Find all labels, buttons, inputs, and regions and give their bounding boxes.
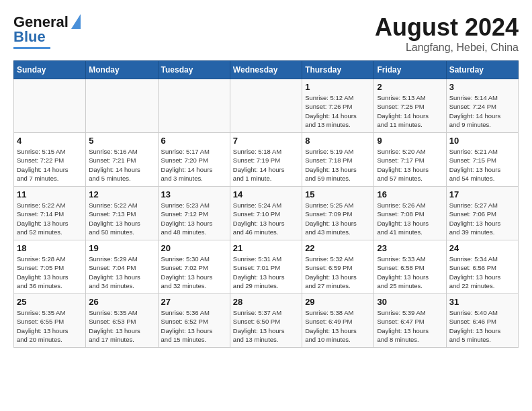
calendar-cell: 1Sunrise: 5:12 AM Sunset: 7:26 PM Daylig… <box>302 79 374 133</box>
day-number: 4 <box>17 136 83 146</box>
calendar-week-2: 4Sunrise: 5:15 AM Sunset: 7:22 PM Daylig… <box>14 133 519 187</box>
calendar-cell: 4Sunrise: 5:15 AM Sunset: 7:22 PM Daylig… <box>14 133 86 187</box>
day-info: Sunrise: 5:36 AM Sunset: 6:52 PM Dayligh… <box>161 308 227 344</box>
day-number: 23 <box>377 243 443 253</box>
day-info: Sunrise: 5:30 AM Sunset: 7:02 PM Dayligh… <box>161 255 227 290</box>
day-info: Sunrise: 5:28 AM Sunset: 7:05 PM Dayligh… <box>17 255 83 290</box>
day-number: 1 <box>305 82 371 92</box>
calendar-cell: 11Sunrise: 5:22 AM Sunset: 7:14 PM Dayli… <box>14 187 86 240</box>
day-info: Sunrise: 5:20 AM Sunset: 7:17 PM Dayligh… <box>377 147 443 183</box>
day-info: Sunrise: 5:13 AM Sunset: 7:25 PM Dayligh… <box>377 93 443 129</box>
day-number: 2 <box>377 82 443 92</box>
month-title: August 2024 <box>375 13 519 42</box>
day-number: 30 <box>377 297 443 307</box>
location-subtitle: Langfang, Hebei, China <box>375 42 519 54</box>
logo: General Blue <box>13 13 81 49</box>
day-number: 21 <box>233 243 299 253</box>
day-number: 29 <box>305 297 371 307</box>
day-number: 11 <box>17 189 83 199</box>
day-info: Sunrise: 5:32 AM Sunset: 6:59 PM Dayligh… <box>305 255 371 290</box>
day-number: 22 <box>305 243 371 253</box>
logo-text-blue: Blue <box>13 28 46 46</box>
calendar-cell: 9Sunrise: 5:20 AM Sunset: 7:17 PM Daylig… <box>374 133 446 187</box>
day-info: Sunrise: 5:24 AM Sunset: 7:10 PM Dayligh… <box>233 201 299 236</box>
day-number: 25 <box>17 297 83 307</box>
calendar-cell: 30Sunrise: 5:39 AM Sunset: 6:47 PM Dayli… <box>374 294 446 348</box>
calendar-cell <box>14 79 86 133</box>
day-info: Sunrise: 5:38 AM Sunset: 6:49 PM Dayligh… <box>305 308 371 344</box>
day-number: 26 <box>89 297 154 307</box>
day-info: Sunrise: 5:14 AM Sunset: 7:24 PM Dayligh… <box>449 93 515 129</box>
day-number: 24 <box>449 243 515 253</box>
column-header-saturday: Saturday <box>446 61 518 79</box>
calendar-cell: 18Sunrise: 5:28 AM Sunset: 7:05 PM Dayli… <box>14 240 86 294</box>
day-number: 10 <box>449 136 515 146</box>
day-number: 31 <box>449 297 515 307</box>
day-info: Sunrise: 5:23 AM Sunset: 7:12 PM Dayligh… <box>161 201 227 236</box>
day-info: Sunrise: 5:40 AM Sunset: 6:46 PM Dayligh… <box>449 308 515 344</box>
calendar-cell: 16Sunrise: 5:26 AM Sunset: 7:08 PM Dayli… <box>374 187 446 240</box>
calendar-cell: 3Sunrise: 5:14 AM Sunset: 7:24 PM Daylig… <box>446 79 518 133</box>
calendar-cell: 26Sunrise: 5:35 AM Sunset: 6:53 PM Dayli… <box>86 294 158 348</box>
day-info: Sunrise: 5:27 AM Sunset: 7:06 PM Dayligh… <box>449 201 515 236</box>
calendar-cell: 28Sunrise: 5:37 AM Sunset: 6:50 PM Dayli… <box>230 294 302 348</box>
column-header-thursday: Thursday <box>302 61 374 79</box>
day-number: 19 <box>89 243 154 253</box>
calendar-week-5: 25Sunrise: 5:35 AM Sunset: 6:55 PM Dayli… <box>14 294 519 348</box>
calendar-cell: 24Sunrise: 5:34 AM Sunset: 6:56 PM Dayli… <box>446 240 518 294</box>
day-info: Sunrise: 5:15 AM Sunset: 7:22 PM Dayligh… <box>17 147 83 183</box>
day-number: 17 <box>449 189 515 199</box>
calendar-cell: 13Sunrise: 5:23 AM Sunset: 7:12 PM Dayli… <box>158 187 230 240</box>
day-number: 15 <box>305 189 371 199</box>
day-number: 6 <box>161 136 227 146</box>
day-number: 16 <box>377 189 443 199</box>
day-number: 5 <box>89 136 154 146</box>
calendar-cell: 15Sunrise: 5:25 AM Sunset: 7:09 PM Dayli… <box>302 187 374 240</box>
title-block: August 2024 Langfang, Hebei, China <box>375 13 519 54</box>
column-header-tuesday: Tuesday <box>158 61 230 79</box>
calendar-cell: 2Sunrise: 5:13 AM Sunset: 7:25 PM Daylig… <box>374 79 446 133</box>
day-info: Sunrise: 5:35 AM Sunset: 6:55 PM Dayligh… <box>17 308 83 344</box>
day-info: Sunrise: 5:39 AM Sunset: 6:47 PM Dayligh… <box>377 308 443 344</box>
calendar-week-4: 18Sunrise: 5:28 AM Sunset: 7:05 PM Dayli… <box>14 240 519 294</box>
day-info: Sunrise: 5:22 AM Sunset: 7:14 PM Dayligh… <box>17 201 83 236</box>
calendar-cell: 27Sunrise: 5:36 AM Sunset: 6:52 PM Dayli… <box>158 294 230 348</box>
day-number: 7 <box>233 136 299 146</box>
calendar-cell <box>86 79 158 133</box>
day-info: Sunrise: 5:12 AM Sunset: 7:26 PM Dayligh… <box>305 93 371 129</box>
calendar-cell: 20Sunrise: 5:30 AM Sunset: 7:02 PM Dayli… <box>158 240 230 294</box>
calendar-cell <box>158 79 230 133</box>
calendar-cell: 10Sunrise: 5:21 AM Sunset: 7:15 PM Dayli… <box>446 133 518 187</box>
day-number: 9 <box>377 136 443 146</box>
calendar-cell <box>230 79 302 133</box>
day-info: Sunrise: 5:16 AM Sunset: 7:21 PM Dayligh… <box>89 147 154 183</box>
calendar-cell: 5Sunrise: 5:16 AM Sunset: 7:21 PM Daylig… <box>86 133 158 187</box>
day-info: Sunrise: 5:22 AM Sunset: 7:13 PM Dayligh… <box>89 201 154 236</box>
day-number: 27 <box>161 297 227 307</box>
logo-underline <box>13 47 50 49</box>
day-info: Sunrise: 5:21 AM Sunset: 7:15 PM Dayligh… <box>449 147 515 183</box>
day-info: Sunrise: 5:33 AM Sunset: 6:58 PM Dayligh… <box>377 255 443 290</box>
day-info: Sunrise: 5:25 AM Sunset: 7:09 PM Dayligh… <box>305 201 371 236</box>
column-header-monday: Monday <box>86 61 158 79</box>
calendar-cell: 19Sunrise: 5:29 AM Sunset: 7:04 PM Dayli… <box>86 240 158 294</box>
calendar-week-1: 1Sunrise: 5:12 AM Sunset: 7:26 PM Daylig… <box>14 79 519 133</box>
calendar-cell: 17Sunrise: 5:27 AM Sunset: 7:06 PM Dayli… <box>446 187 518 240</box>
day-number: 18 <box>17 243 83 253</box>
day-info: Sunrise: 5:29 AM Sunset: 7:04 PM Dayligh… <box>89 255 154 290</box>
day-number: 13 <box>161 189 227 199</box>
day-info: Sunrise: 5:35 AM Sunset: 6:53 PM Dayligh… <box>89 308 154 344</box>
column-header-sunday: Sunday <box>14 61 86 79</box>
calendar-cell: 12Sunrise: 5:22 AM Sunset: 7:13 PM Dayli… <box>86 187 158 240</box>
calendar-cell: 14Sunrise: 5:24 AM Sunset: 7:10 PM Dayli… <box>230 187 302 240</box>
day-info: Sunrise: 5:18 AM Sunset: 7:19 PM Dayligh… <box>233 147 299 183</box>
calendar-cell: 21Sunrise: 5:31 AM Sunset: 7:01 PM Dayli… <box>230 240 302 294</box>
calendar-cell: 8Sunrise: 5:19 AM Sunset: 7:18 PM Daylig… <box>302 133 374 187</box>
day-info: Sunrise: 5:34 AM Sunset: 6:56 PM Dayligh… <box>449 255 515 290</box>
calendar-week-3: 11Sunrise: 5:22 AM Sunset: 7:14 PM Dayli… <box>14 187 519 240</box>
calendar-cell: 25Sunrise: 5:35 AM Sunset: 6:55 PM Dayli… <box>14 294 86 348</box>
day-info: Sunrise: 5:26 AM Sunset: 7:08 PM Dayligh… <box>377 201 443 236</box>
logo-triangle-icon <box>71 14 81 29</box>
day-info: Sunrise: 5:17 AM Sunset: 7:20 PM Dayligh… <box>161 147 227 183</box>
day-info: Sunrise: 5:31 AM Sunset: 7:01 PM Dayligh… <box>233 255 299 290</box>
